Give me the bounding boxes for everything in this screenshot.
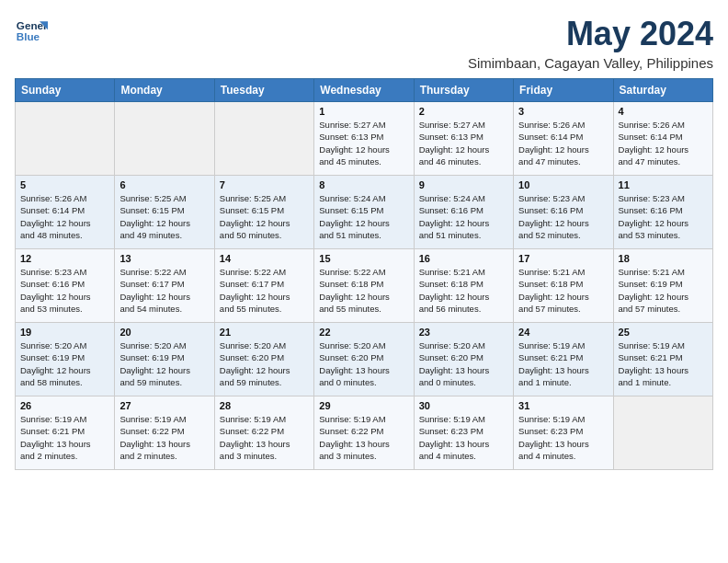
day-header-wednesday: Wednesday <box>314 79 414 102</box>
day-number: 24 <box>518 327 608 338</box>
calendar-cell: 9Sunrise: 5:24 AMSunset: 6:16 PMDaylight… <box>414 176 513 249</box>
calendar-cell: 16Sunrise: 5:21 AMSunset: 6:18 PMDayligh… <box>414 249 513 323</box>
day-number: 22 <box>319 327 408 338</box>
calendar-cell: 27Sunrise: 5:19 AMSunset: 6:22 PMDayligh… <box>115 396 214 470</box>
day-number: 21 <box>220 327 309 338</box>
day-number: 1 <box>319 106 408 117</box>
day-info: Sunrise: 5:19 AMSunset: 6:23 PMDaylight:… <box>419 413 508 462</box>
day-number: 28 <box>220 400 309 411</box>
day-number: 9 <box>419 179 508 190</box>
day-number: 31 <box>518 400 608 411</box>
day-number: 8 <box>319 179 408 190</box>
calendar-cell: 21Sunrise: 5:20 AMSunset: 6:20 PMDayligh… <box>214 323 313 396</box>
day-info: Sunrise: 5:26 AMSunset: 6:14 PMDaylight:… <box>20 192 109 241</box>
day-info: Sunrise: 5:21 AMSunset: 6:18 PMDaylight:… <box>419 266 508 315</box>
day-info: Sunrise: 5:19 AMSunset: 6:22 PMDaylight:… <box>319 413 408 462</box>
day-info: Sunrise: 5:25 AMSunset: 6:15 PMDaylight:… <box>220 192 309 241</box>
day-header-sunday: Sunday <box>16 79 115 102</box>
calendar-cell: 19Sunrise: 5:20 AMSunset: 6:19 PMDayligh… <box>16 323 115 396</box>
logo-icon: General Blue <box>15 15 48 48</box>
month-title: May 2024 <box>468 15 713 53</box>
day-info: Sunrise: 5:22 AMSunset: 6:17 PMDaylight:… <box>220 266 309 315</box>
day-info: Sunrise: 5:23 AMSunset: 6:16 PMDaylight:… <box>20 266 109 315</box>
day-number: 17 <box>518 253 608 264</box>
day-header-thursday: Thursday <box>414 79 513 102</box>
logo: General Blue <box>15 15 48 48</box>
day-number: 6 <box>119 179 209 190</box>
day-info: Sunrise: 5:20 AMSunset: 6:20 PMDaylight:… <box>419 339 508 388</box>
calendar-cell: 26Sunrise: 5:19 AMSunset: 6:21 PMDayligh… <box>16 396 115 470</box>
day-info: Sunrise: 5:22 AMSunset: 6:17 PMDaylight:… <box>119 266 209 315</box>
day-number: 23 <box>419 327 508 338</box>
svg-text:Blue: Blue <box>17 30 40 42</box>
calendar-cell: 13Sunrise: 5:22 AMSunset: 6:17 PMDayligh… <box>115 249 214 323</box>
day-number: 19 <box>20 327 109 338</box>
day-number: 18 <box>619 253 708 264</box>
day-info: Sunrise: 5:19 AMSunset: 6:22 PMDaylight:… <box>119 413 209 462</box>
day-info: Sunrise: 5:26 AMSunset: 6:14 PMDaylight:… <box>518 119 608 167</box>
day-number: 15 <box>319 253 408 264</box>
calendar-cell: 15Sunrise: 5:22 AMSunset: 6:18 PMDayligh… <box>314 249 414 323</box>
calendar-cell: 25Sunrise: 5:19 AMSunset: 6:21 PMDayligh… <box>613 323 712 396</box>
calendar-cell: 23Sunrise: 5:20 AMSunset: 6:20 PMDayligh… <box>414 323 513 396</box>
calendar-cell: 20Sunrise: 5:20 AMSunset: 6:19 PMDayligh… <box>115 323 214 396</box>
day-info: Sunrise: 5:19 AMSunset: 6:22 PMDaylight:… <box>220 413 309 462</box>
calendar-cell: 29Sunrise: 5:19 AMSunset: 6:22 PMDayligh… <box>314 396 414 470</box>
calendar-cell: 22Sunrise: 5:20 AMSunset: 6:20 PMDayligh… <box>314 323 414 396</box>
day-number: 29 <box>319 400 408 411</box>
calendar-cell <box>214 102 313 176</box>
day-number: 27 <box>119 400 209 411</box>
day-info: Sunrise: 5:23 AMSunset: 6:16 PMDaylight:… <box>619 192 708 241</box>
page-header: General Blue May 2024 Simimbaan, Cagayan… <box>15 15 713 71</box>
calendar-cell: 14Sunrise: 5:22 AMSunset: 6:17 PMDayligh… <box>214 249 313 323</box>
calendar-cell: 28Sunrise: 5:19 AMSunset: 6:22 PMDayligh… <box>214 396 313 470</box>
calendar-week-3: 12Sunrise: 5:23 AMSunset: 6:16 PMDayligh… <box>16 249 713 323</box>
calendar-cell <box>16 102 115 176</box>
day-number: 13 <box>119 253 209 264</box>
day-info: Sunrise: 5:24 AMSunset: 6:16 PMDaylight:… <box>419 192 508 241</box>
day-number: 26 <box>20 400 109 411</box>
day-number: 2 <box>419 106 508 117</box>
day-number: 7 <box>220 179 309 190</box>
day-info: Sunrise: 5:25 AMSunset: 6:15 PMDaylight:… <box>119 192 209 241</box>
calendar-cell: 24Sunrise: 5:19 AMSunset: 6:21 PMDayligh… <box>514 323 613 396</box>
day-number: 3 <box>518 106 608 117</box>
day-info: Sunrise: 5:23 AMSunset: 6:16 PMDaylight:… <box>518 192 608 241</box>
calendar-cell: 8Sunrise: 5:24 AMSunset: 6:15 PMDaylight… <box>314 176 414 249</box>
day-number: 30 <box>419 400 508 411</box>
day-info: Sunrise: 5:21 AMSunset: 6:19 PMDaylight:… <box>619 266 708 315</box>
day-number: 10 <box>518 179 608 190</box>
day-header-saturday: Saturday <box>613 79 712 102</box>
calendar-cell: 5Sunrise: 5:26 AMSunset: 6:14 PMDaylight… <box>16 176 115 249</box>
day-header-monday: Monday <box>115 79 214 102</box>
calendar-cell: 4Sunrise: 5:26 AMSunset: 6:14 PMDaylight… <box>613 102 712 176</box>
day-info: Sunrise: 5:20 AMSunset: 6:20 PMDaylight:… <box>220 339 309 388</box>
calendar-body: 1Sunrise: 5:27 AMSunset: 6:13 PMDaylight… <box>16 102 713 470</box>
location-subtitle: Simimbaan, Cagayan Valley, Philippines <box>468 55 713 71</box>
title-block: May 2024 Simimbaan, Cagayan Valley, Phil… <box>468 15 713 71</box>
calendar-cell: 1Sunrise: 5:27 AMSunset: 6:13 PMDaylight… <box>314 102 414 176</box>
day-number: 14 <box>220 253 309 264</box>
day-info: Sunrise: 5:19 AMSunset: 6:21 PMDaylight:… <box>20 413 109 462</box>
calendar-week-2: 5Sunrise: 5:26 AMSunset: 6:14 PMDaylight… <box>16 176 713 249</box>
calendar-cell <box>115 102 214 176</box>
day-info: Sunrise: 5:24 AMSunset: 6:15 PMDaylight:… <box>319 192 408 241</box>
day-info: Sunrise: 5:19 AMSunset: 6:21 PMDaylight:… <box>619 339 708 388</box>
day-info: Sunrise: 5:22 AMSunset: 6:18 PMDaylight:… <box>319 266 408 315</box>
day-info: Sunrise: 5:19 AMSunset: 6:21 PMDaylight:… <box>518 339 608 388</box>
day-number: 25 <box>619 327 708 338</box>
calendar-cell: 30Sunrise: 5:19 AMSunset: 6:23 PMDayligh… <box>414 396 513 470</box>
calendar-cell: 11Sunrise: 5:23 AMSunset: 6:16 PMDayligh… <box>613 176 712 249</box>
day-header-friday: Friday <box>514 79 613 102</box>
day-number: 12 <box>20 253 109 264</box>
day-number: 16 <box>419 253 508 264</box>
day-info: Sunrise: 5:20 AMSunset: 6:20 PMDaylight:… <box>319 339 408 388</box>
calendar-cell: 12Sunrise: 5:23 AMSunset: 6:16 PMDayligh… <box>16 249 115 323</box>
calendar-cell: 17Sunrise: 5:21 AMSunset: 6:18 PMDayligh… <box>514 249 613 323</box>
calendar-cell: 2Sunrise: 5:27 AMSunset: 6:13 PMDaylight… <box>414 102 513 176</box>
day-number: 4 <box>619 106 708 117</box>
calendar-week-4: 19Sunrise: 5:20 AMSunset: 6:19 PMDayligh… <box>16 323 713 396</box>
day-info: Sunrise: 5:21 AMSunset: 6:18 PMDaylight:… <box>518 266 608 315</box>
day-info: Sunrise: 5:20 AMSunset: 6:19 PMDaylight:… <box>119 339 209 388</box>
calendar-cell <box>613 396 712 470</box>
